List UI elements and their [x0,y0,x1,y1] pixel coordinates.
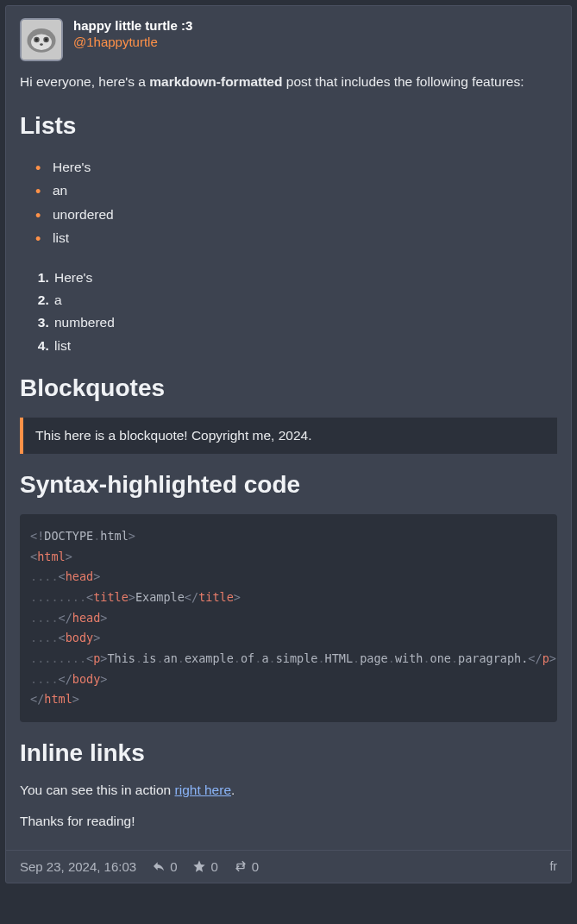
post-header: happy little turtle :3 @1happyturtle [6,6,571,68]
link-suffix: . [231,783,235,797]
svg-point-6 [45,39,47,41]
boost-count: 0 [252,859,259,874]
list-item: numbered [53,311,557,334]
heading-links: Inline links [20,739,557,767]
intro-prefix: Hi everyone, here's a [20,74,149,89]
reply-button[interactable]: 0 [152,859,177,874]
intro-paragraph: Hi everyone, here's a markdown-formatted… [20,72,557,91]
avatar[interactable] [20,18,63,61]
post-card: happy little turtle :3 @1happyturtle Hi … [5,5,572,883]
user-info: happy little turtle :3 @1happyturtle [73,18,192,49]
unordered-list: Here's an unordered list [20,155,557,249]
code-block: <!DOCTYPE.html> <html> ....<head> ......… [20,514,557,722]
fav-count: 0 [210,859,217,874]
reply-count: 0 [170,859,177,874]
star-icon [192,859,206,873]
link-paragraph: You can see this in action right here. [20,783,557,798]
list-item: list [53,335,557,357]
display-name[interactable]: happy little turtle :3 [73,18,192,33]
svg-point-2 [31,35,52,50]
inline-link[interactable]: right here [175,783,231,797]
language-indicator[interactable]: fr [549,859,557,873]
fav-button[interactable]: 0 [192,859,217,874]
ordered-list: Here's a numbered list [20,267,557,357]
post-body: Hi everyone, here's a markdown-formatted… [6,68,571,850]
boost-button[interactable]: 0 [234,859,259,874]
intro-suffix: post that includes the following feature… [282,74,524,89]
reply-icon [152,859,166,873]
list-item: Here's [53,267,557,289]
intro-bold: markdown-formatted [149,74,282,89]
svg-point-7 [40,43,43,46]
user-handle[interactable]: @1happyturtle [73,35,192,49]
post-footer: Sep 23, 2024, 16:03 0 0 0 fr [6,850,571,883]
sloth-avatar-icon [22,20,61,60]
blockquote: This here is a blockquote! Copyright me,… [20,418,557,454]
boost-icon [234,859,248,873]
svg-point-5 [35,39,38,41]
link-prefix: You can see this in action [20,783,175,797]
list-item: list [35,226,557,249]
list-item: a [53,289,557,311]
heading-lists: Lists [20,112,557,140]
heading-code: Syntax-highlighted code [20,471,557,499]
list-item: an [35,179,557,202]
list-item: unordered [35,203,557,226]
timestamp[interactable]: Sep 23, 2024, 16:03 [20,859,136,874]
heading-blockquotes: Blockquotes [20,374,557,402]
list-item: Here's [35,155,557,179]
thanks-paragraph: Thanks for reading! [20,814,557,829]
